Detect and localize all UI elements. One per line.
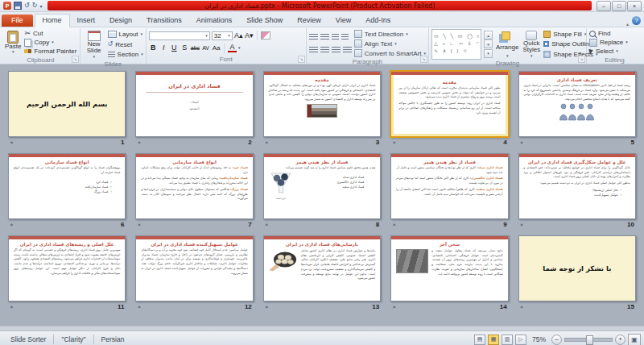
dialog-launcher-icon[interactable]: ↘ — [72, 56, 79, 63]
transition-star-icon[interactable]: ✶ — [10, 222, 14, 227]
slide-sorter-canvas[interactable]: بسم الله الرحمن الرحيم ✶1 فساد اداری در … — [0, 64, 644, 326]
transition-star-icon[interactable]: ✶ — [265, 304, 269, 310]
slide-thumbnail-7[interactable]: انواع فساد سازمانی فساد خرد: به اخذ رشوه… — [135, 153, 253, 230]
language-indicator[interactable]: Persian — [94, 331, 132, 345]
convert-smartart-button[interactable]: Convert to SmartArt▾ — [354, 48, 426, 58]
transition-star-icon[interactable]: ✶ — [520, 139, 524, 145]
transition-star-icon[interactable]: ✶ — [520, 304, 524, 310]
bullets-icon[interactable] — [309, 34, 318, 40]
indent-decrease-icon[interactable] — [332, 34, 339, 40]
slide-thumbnail-15[interactable]: با تشکر از توجه شما ✶15 — [518, 235, 636, 312]
slide-thumbnail-4-selected[interactable]: مقدمه بطور کلی فساد سازمانی پدیده‌ای مخر… — [390, 71, 508, 148]
slide-sorter-view-button[interactable]: ▦ — [488, 335, 499, 345]
slide-thumbnail-10[interactable]: علل و عوامل شکل‌گیری فساد اداری در ایران… — [518, 153, 636, 230]
close-button[interactable]: × — [627, 1, 642, 11]
tab-review[interactable]: Review — [290, 15, 328, 27]
shape-icons-row[interactable]: ▭ ╲ ╲ ▭ ◯ ▭ — [434, 33, 479, 40]
tab-file[interactable]: File — [2, 15, 33, 27]
underline-button[interactable]: U — [170, 44, 179, 52]
help-icon[interactable]: ? — [632, 16, 641, 25]
powerpoint-app-icon[interactable]: P — [3, 2, 11, 10]
zoom-in-button[interactable]: + — [615, 335, 625, 345]
maximize-button[interactable]: □ — [612, 1, 626, 11]
align-left-icon[interactable] — [309, 47, 318, 53]
gallery-down-icon[interactable]: ▾ — [484, 39, 493, 48]
zoom-slider-handle[interactable] — [586, 335, 593, 345]
zoom-percent[interactable]: 75% — [532, 335, 546, 343]
tab-animations[interactable]: Animations — [189, 15, 240, 27]
transition-star-icon[interactable]: ✶ — [265, 222, 269, 227]
shape-icons-row[interactable]: ∿ ∧ ( ) ☆ — [434, 48, 479, 55]
theme-indicator[interactable]: "Clarity" — [54, 331, 93, 345]
font-color-button[interactable]: A — [228, 44, 237, 52]
tab-add-ins[interactable]: Add-Ins — [358, 15, 398, 27]
qat-customize-icon[interactable]: ▾ — [39, 3, 42, 9]
slide-show-button[interactable]: ▷ — [515, 335, 526, 345]
character-spacing-button[interactable]: AV — [201, 45, 210, 51]
select-button[interactable]: Select▾ — [589, 47, 640, 56]
transition-star-icon[interactable]: ✶ — [392, 139, 396, 145]
tab-design[interactable]: Design — [102, 15, 139, 27]
dialog-launcher-icon[interactable]: ↘ — [578, 56, 585, 63]
layout-button[interactable]: Layout▾ — [108, 30, 143, 39]
transition-star-icon[interactable]: ✶ — [10, 304, 14, 310]
format-painter-button[interactable]: Format Painter — [24, 47, 76, 56]
reading-view-button[interactable]: ▥ — [502, 335, 513, 345]
quick-styles-button[interactable]: Quick Styles ▾ — [522, 29, 541, 60]
copy-button[interactable]: Copy▾ — [24, 38, 76, 47]
paste-button[interactable]: Paste ▾ — [4, 29, 22, 56]
bold-button[interactable]: B — [149, 44, 158, 52]
slide-thumbnail-5[interactable]: تعریف فساد اداری ریشه فساد از فعل لاتین … — [518, 71, 636, 148]
reset-button[interactable]: ↺Reset — [108, 40, 143, 49]
redo-icon[interactable]: ↻ — [32, 2, 38, 9]
font-name-combobox[interactable]: ▾ — [149, 31, 210, 40]
text-direction-button[interactable]: Text Direction▾ — [354, 29, 426, 39]
minimize-button[interactable]: – — [597, 1, 611, 11]
align-center-icon[interactable] — [320, 47, 329, 53]
transition-star-icon[interactable]: ✶ — [265, 139, 269, 145]
align-right-icon[interactable] — [332, 47, 341, 53]
dialog-launcher-icon[interactable]: ↘ — [298, 56, 305, 63]
fit-to-window-icon[interactable]: ▣ — [628, 334, 641, 345]
shrink-font-button[interactable]: A▾ — [245, 32, 254, 39]
slide-thumbnail-2[interactable]: فساد اداری در ایران استاد: دانشجو: ✶2 — [135, 71, 253, 148]
shape-icons-row[interactable]: △ ¬ ∟ ⇦ ⇩ ◠ — [434, 40, 479, 48]
tab-home[interactable]: Home — [35, 14, 70, 27]
slide-thumbnail-9[interactable]: فساد از نظر هیدن هیمر فساد اداری سیاه: ک… — [390, 153, 508, 230]
slide-thumbnail-6[interactable]: انواع فساد سازمانی پژوهشگران فساد را به … — [8, 153, 126, 230]
save-icon[interactable] — [14, 2, 22, 10]
shape-gallery[interactable]: ▭ ╲ ╲ ▭ ◯ ▭ △ ¬ ∟ ⇦ ⇩ ◠ ∿ ∧ ( ) ☆ — [431, 29, 481, 60]
tab-insert[interactable]: Insert — [70, 15, 103, 27]
indent-increase-icon[interactable] — [341, 34, 349, 40]
find-button[interactable]: Find — [589, 29, 640, 38]
dialog-launcher-icon[interactable]: ↘ — [420, 56, 427, 63]
transition-star-icon[interactable]: ✶ — [137, 222, 141, 227]
slide-thumbnail-1[interactable]: بسم الله الرحمن الرحيم ✶1 — [8, 71, 126, 148]
tab-transitions[interactable]: Transitions — [139, 15, 189, 27]
italic-button[interactable]: I — [159, 44, 168, 52]
zoom-slider[interactable] — [564, 338, 613, 342]
transition-star-icon[interactable]: ✶ — [520, 222, 524, 227]
transition-star-icon[interactable]: ✶ — [137, 139, 141, 145]
tab-slide-show[interactable]: Slide Show — [239, 15, 290, 27]
align-text-button[interactable]: Align Text▾ — [354, 39, 426, 48]
justify-icon[interactable] — [343, 47, 352, 53]
slide-thumbnail-14[interactable]: سخن آخر نتایج نشان می‌دهد که فساد معلول … — [390, 235, 508, 312]
slide-thumbnail-8[interactable]: فساد از نظر هیدن هیمر هیدن هیمر محقق علو… — [263, 153, 381, 230]
shadow-button[interactable]: S — [180, 44, 189, 52]
cut-button[interactable]: ✂Cut — [24, 29, 76, 38]
tab-view[interactable]: View — [328, 15, 358, 27]
slide-thumbnail-12[interactable]: عوامل تسهیل‌کننده فساد اداری در ایران عو… — [135, 235, 253, 312]
font-size-combobox[interactable]: 32▾ — [212, 31, 233, 40]
section-button[interactable]: Section▾ — [108, 50, 143, 59]
new-slide-button[interactable]: New Slide ▾ — [83, 29, 105, 60]
slide-thumbnail-11[interactable]: علل اصلی و ریشه‌های فساد اداری در ایران … — [8, 235, 126, 312]
replace-button[interactable]: Replace▾ — [589, 38, 640, 47]
slide-thumbnail-3[interactable]: مقدمه فساد اداری در ایران دارای تاریخی ک… — [263, 71, 381, 148]
undo-icon[interactable]: ↺ — [24, 2, 30, 9]
clear-formatting-icon[interactable] — [261, 31, 270, 39]
transition-star-icon[interactable]: ✶ — [137, 304, 141, 310]
slide-thumbnail-13[interactable]: نارسایی‌های فساد اداری در ایران پیامدها … — [263, 235, 381, 312]
change-case-button[interactable]: Aa — [212, 45, 221, 52]
collapse-ribbon-icon[interactable]: ▴ — [623, 21, 632, 27]
